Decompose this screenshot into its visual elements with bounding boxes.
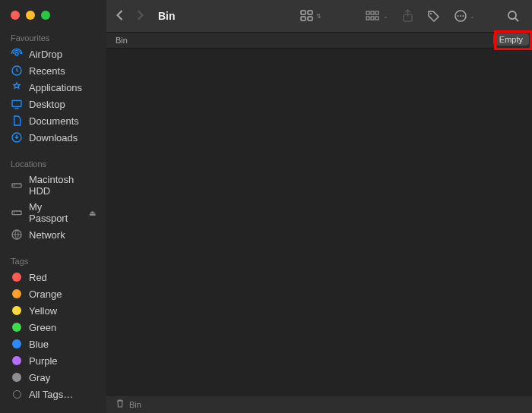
- forward-button[interactable]: [136, 9, 144, 24]
- file-list[interactable]: [106, 49, 532, 395]
- tags-button[interactable]: [424, 10, 443, 23]
- drive-icon: [11, 206, 23, 219]
- sidebar-item-label: Downloads: [29, 132, 78, 143]
- svg-rect-11: [301, 17, 306, 20]
- svg-rect-9: [301, 11, 306, 14]
- tag-dot-icon: [11, 321, 23, 333]
- sidebar-item-label: AirDrop: [29, 49, 62, 60]
- chevron-down-icon: ⌄: [383, 13, 388, 20]
- svg-rect-17: [371, 17, 374, 20]
- svg-rect-6: [12, 211, 21, 215]
- svg-rect-15: [375, 11, 378, 14]
- svg-point-22: [458, 15, 459, 17]
- minimize-button[interactable]: [26, 11, 35, 20]
- list-header: Bin Empty: [106, 32, 532, 49]
- toolbar: Bin ⇅ ⌄ ⌄: [106, 0, 532, 32]
- sidebar-item-tag-green[interactable]: Green: [0, 319, 106, 336]
- sidebar-item-macintosh-hdd[interactable]: Macintosh HDD: [0, 172, 106, 199]
- svg-point-23: [460, 15, 461, 17]
- svg-rect-16: [366, 17, 369, 20]
- sidebar-item-my-passport[interactable]: My Passport ⏏: [0, 199, 106, 226]
- svg-point-7: [14, 213, 14, 213]
- path-segment[interactable]: Bin: [129, 400, 141, 409]
- search-button[interactable]: [504, 10, 523, 23]
- group-button[interactable]: ⌄: [363, 11, 391, 21]
- sidebar-item-network[interactable]: Network: [0, 226, 106, 243]
- svg-rect-2: [12, 100, 21, 106]
- sidebar-item-tag-gray[interactable]: Gray: [0, 369, 106, 386]
- airdrop-icon: [11, 48, 23, 60]
- sidebar-item-tag-blue[interactable]: Blue: [0, 336, 106, 352]
- sidebar-item-label: Yellow: [29, 305, 57, 317]
- sidebar-item-tag-purple[interactable]: Purple: [0, 352, 106, 369]
- svg-rect-13: [366, 11, 369, 14]
- svg-point-25: [508, 11, 516, 19]
- svg-point-24: [463, 15, 464, 17]
- sidebar-item-label: Recents: [29, 65, 65, 77]
- share-button[interactable]: [399, 9, 416, 23]
- tag-dot-icon: [11, 355, 23, 367]
- svg-rect-14: [371, 11, 374, 14]
- tag-dot-icon: [11, 271, 23, 283]
- chevron-down-icon: ⌄: [470, 13, 475, 20]
- applications-icon: [11, 81, 23, 93]
- sidebar-item-label: Documents: [29, 115, 79, 127]
- sidebar-item-label: Desktop: [29, 99, 65, 110]
- sidebar-item-desktop[interactable]: Desktop: [0, 96, 106, 112]
- tag-dot-icon: [11, 338, 23, 350]
- sidebar-item-documents[interactable]: Documents: [0, 112, 106, 129]
- sidebar-item-all-tags[interactable]: All Tags…: [0, 386, 106, 402]
- svg-rect-12: [308, 17, 312, 20]
- window-title: Bin: [158, 10, 176, 22]
- sidebar-item-recents[interactable]: Recents: [0, 62, 106, 79]
- sidebar-item-label: Blue: [29, 339, 49, 350]
- chevron-updown-icon: ⇅: [316, 13, 321, 20]
- traffic-lights: [0, 8, 106, 30]
- svg-point-20: [430, 13, 432, 14]
- sidebar-item-label: My Passport: [29, 201, 83, 224]
- svg-point-0: [15, 52, 18, 55]
- sidebar-item-label: Red: [29, 272, 47, 283]
- finder-window: Favourites AirDrop Recents Applications …: [0, 0, 532, 413]
- sidebar-item-label: Gray: [29, 372, 50, 383]
- view-icons-button[interactable]: ⇅: [297, 10, 325, 22]
- all-tags-icon: [11, 388, 23, 400]
- back-button[interactable]: [116, 9, 124, 24]
- desktop-icon: [11, 98, 23, 110]
- trash-icon: [116, 399, 125, 410]
- sidebar-item-tag-red[interactable]: Red: [0, 269, 106, 285]
- svg-rect-10: [308, 11, 312, 14]
- sidebar-item-label: Macintosh HDD: [29, 174, 96, 197]
- sidebar-item-label: Applications: [29, 82, 82, 93]
- maximize-button[interactable]: [41, 11, 50, 20]
- svg-rect-18: [375, 17, 378, 20]
- document-icon: [11, 115, 23, 127]
- drive-icon: [11, 179, 23, 191]
- close-button[interactable]: [11, 11, 20, 20]
- action-button[interactable]: ⌄: [451, 9, 478, 23]
- sidebar-item-downloads[interactable]: Downloads: [0, 129, 106, 146]
- section-header-tags: Tags: [0, 254, 106, 269]
- svg-point-5: [14, 185, 14, 186]
- section-header-locations: Locations: [0, 156, 106, 172]
- network-icon: [11, 229, 23, 241]
- tag-dot-icon: [11, 304, 23, 317]
- clock-icon: [11, 65, 23, 77]
- tag-dot-icon: [11, 371, 23, 383]
- column-header[interactable]: Bin: [116, 36, 128, 45]
- nav-arrows: [116, 9, 144, 24]
- sidebar-item-tag-yellow[interactable]: Yellow: [0, 302, 106, 319]
- sidebar-item-tag-orange[interactable]: Orange: [0, 285, 106, 302]
- sidebar-item-airdrop[interactable]: AirDrop: [0, 46, 106, 62]
- downloads-icon: [11, 131, 23, 143]
- sidebar-item-label: All Tags…: [29, 389, 73, 400]
- svg-rect-4: [12, 184, 21, 188]
- sidebar-item-applications[interactable]: Applications: [0, 79, 106, 96]
- tag-dot-icon: [11, 288, 23, 300]
- empty-button[interactable]: Empty: [493, 33, 529, 46]
- eject-icon[interactable]: ⏏: [89, 209, 96, 217]
- sidebar-item-label: Purple: [29, 355, 58, 367]
- section-header-favourites: Favourites: [0, 30, 106, 46]
- sidebar-item-label: Green: [29, 322, 56, 333]
- sidebar-item-label: Orange: [29, 288, 62, 300]
